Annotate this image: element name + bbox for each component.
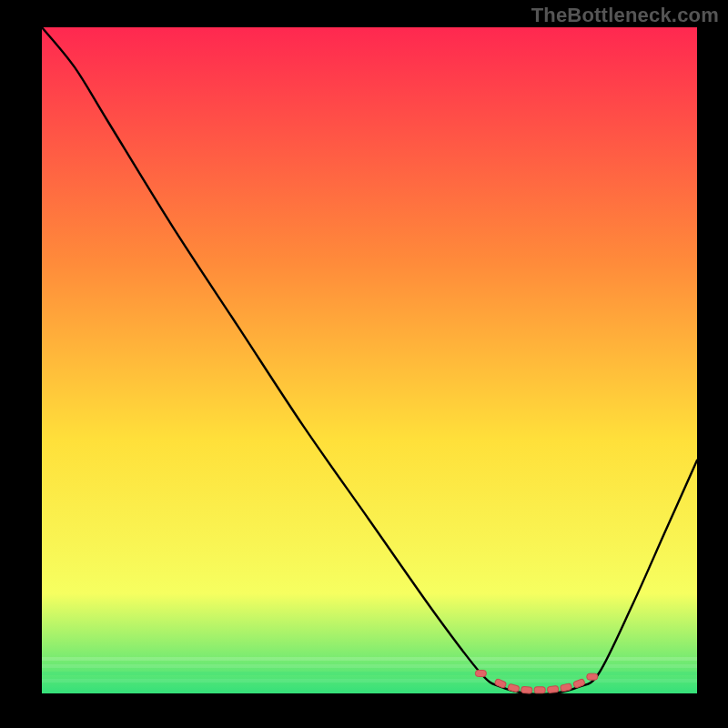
- bottleneck-chart: [0, 0, 728, 728]
- valley-marker: [534, 687, 545, 693]
- plot-gradient: [42, 27, 697, 693]
- plot-area: [42, 27, 697, 694]
- band-stripe: [42, 657, 697, 661]
- valley-marker: [521, 686, 533, 693]
- chart-container: TheBottleneck.com: [0, 0, 728, 728]
- valley-marker: [475, 671, 486, 677]
- valley-marker: [547, 686, 559, 693]
- band-stripe: [42, 679, 697, 682]
- valley-marker: [587, 673, 598, 680]
- watermark-text: TheBottleneck.com: [531, 4, 719, 27]
- band-stripe: [42, 664, 697, 668]
